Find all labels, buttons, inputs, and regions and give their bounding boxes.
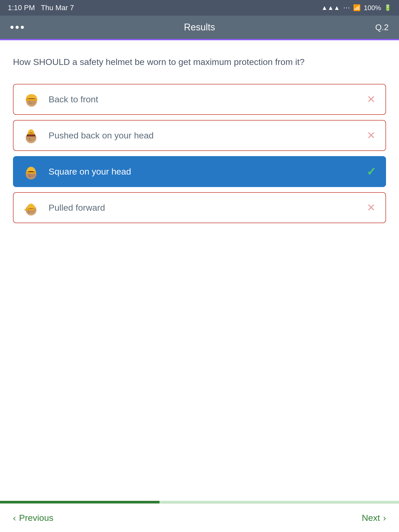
x-icon-4: ✕ [367, 202, 376, 214]
status-time: 1:10 PM Thu Mar 7 [8, 4, 74, 12]
wifi-bars: ⋯ [343, 4, 350, 12]
chevron-left-icon: ‹ [13, 513, 16, 523]
x-icon-1: ✕ [367, 93, 376, 105]
next-label: Next [362, 513, 380, 523]
helmet-icon-2 [21, 126, 41, 145]
helmet-icon-3 [21, 162, 41, 181]
x-icon-2: ✕ [367, 129, 376, 141]
option-4[interactable]: Pulled forward ✕ [13, 192, 386, 223]
nav-dot-3 [21, 26, 24, 29]
nav-dot-2 [16, 26, 19, 29]
bottom-nav: ‹ Previous Next › [0, 503, 399, 532]
nav-title: Results [184, 22, 215, 33]
option-4-label: Pulled forward [49, 203, 365, 213]
svg-point-11 [29, 174, 30, 175]
battery-percent: 100% [364, 4, 381, 12]
nav-bar: Results Q.2 [0, 16, 399, 39]
question-number: Q.2 [375, 23, 389, 32]
svg-point-7 [29, 138, 30, 139]
status-right: ▲▲▲ ⋯ 📶 100% 🔋 [321, 4, 391, 12]
svg-rect-14 [25, 209, 35, 210]
helmet-icon-1 [21, 90, 41, 109]
option-3[interactable]: Square on your head ✓ [13, 156, 386, 187]
option-1-label: Back to front [49, 94, 365, 104]
option-3-indicator: ✓ [365, 165, 378, 178]
chevron-right-icon: › [383, 513, 386, 523]
option-1-indicator: ✕ [365, 93, 378, 106]
main-content: How SHOULD a safety helmet be worn to ge… [0, 40, 399, 228]
option-4-indicator: ✕ [365, 201, 378, 214]
option-3-label: Square on your head [49, 167, 365, 177]
option-1[interactable]: Back to front ✕ [13, 84, 386, 115]
previous-label: Previous [19, 513, 53, 523]
svg-rect-6 [28, 133, 34, 135]
status-bar: 1:10 PM Thu Mar 7 ▲▲▲ ⋯ 📶 100% 🔋 [0, 0, 399, 16]
progress-bar-fill [0, 501, 159, 503]
nav-dots[interactable] [10, 26, 24, 29]
next-button[interactable]: Next › [362, 513, 386, 523]
previous-button[interactable]: ‹ Previous [13, 513, 54, 523]
svg-point-3 [29, 101, 30, 102]
option-2[interactable]: Pushed back on your head ✕ [13, 120, 386, 151]
signal-icon: 📶 [353, 4, 361, 11]
progress-bar-area [0, 501, 399, 503]
question-text: How SHOULD a safety helmet be worn to ge… [13, 56, 386, 68]
svg-rect-2 [26, 99, 37, 101]
nav-dot-1 [10, 26, 14, 29]
option-2-indicator: ✕ [365, 129, 378, 142]
wifi-icon: ▲▲▲ [321, 4, 340, 11]
svg-point-15 [28, 210, 29, 211]
option-2-label: Pushed back on your head [49, 130, 365, 141]
svg-rect-10 [26, 172, 36, 174]
helmet-icon-4 [21, 198, 41, 217]
battery-icon: 🔋 [384, 4, 391, 11]
check-icon-3: ✓ [367, 165, 376, 178]
options-container: Back to front ✕ Pushed ba [13, 84, 386, 228]
